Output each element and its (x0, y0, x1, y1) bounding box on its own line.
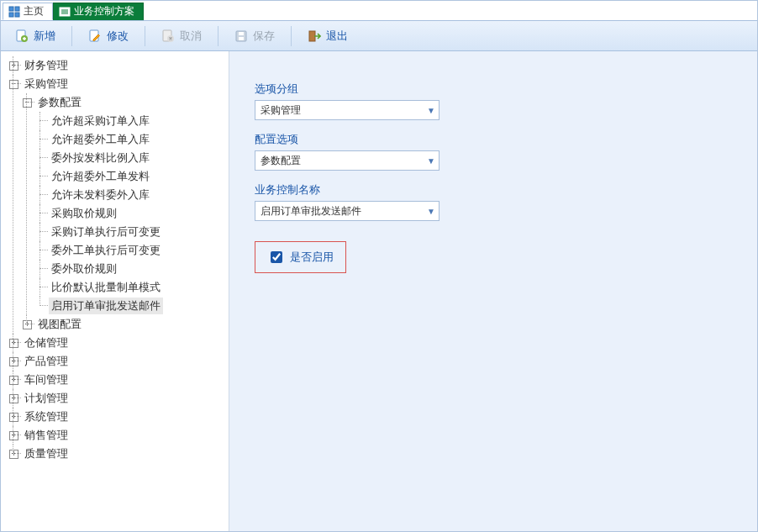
svg-rect-14 (239, 32, 244, 35)
enabled-checkbox[interactable] (271, 251, 282, 263)
svg-rect-15 (239, 37, 244, 40)
tree-leaf[interactable]: 委外取价规则 (36, 260, 229, 278)
save-button[interactable]: 保存 (225, 24, 284, 48)
enabled-checkbox-group: 是否启用 (255, 241, 346, 273)
edit-label: 修改 (107, 29, 129, 44)
tree-node-sales[interactable]: +销售管理 (9, 426, 229, 445)
form-icon (59, 6, 71, 18)
expand-icon[interactable]: + (9, 339, 18, 348)
collapse-icon[interactable]: − (23, 98, 32, 108)
edit-icon (88, 29, 102, 43)
svg-rect-2 (9, 13, 13, 17)
expand-icon[interactable]: + (9, 431, 18, 440)
toolbar-separator (71, 26, 72, 46)
save-label: 保存 (253, 29, 275, 44)
option-value: 参数配置 (261, 154, 301, 168)
toolbar-separator (218, 26, 218, 46)
svg-rect-3 (15, 13, 19, 17)
add-icon (15, 29, 29, 43)
exit-icon (308, 29, 321, 43)
main-area: +财务管理 −采购管理 −参数配置 允许超采购订单入库 允许超委外工单入库 委外… (1, 51, 757, 531)
cancel-icon (161, 29, 175, 43)
module-icon (8, 6, 20, 18)
expand-icon[interactable]: + (9, 394, 18, 403)
tree-leaf-selected[interactable]: 启用订单审批发送邮件 (36, 297, 229, 315)
chevron-down-icon: ▼ (427, 207, 435, 216)
option-label: 配置选项 (255, 132, 732, 147)
tree-node-system[interactable]: +系统管理 (9, 408, 229, 426)
collapse-icon[interactable]: − (9, 80, 18, 89)
tree-node-param-config[interactable]: −参数配置 (23, 93, 229, 112)
tree-leaf[interactable]: 允许超采购订单入库 (36, 112, 229, 130)
cancel-button[interactable]: 取消 (152, 24, 211, 48)
edit-button[interactable]: 修改 (79, 24, 138, 48)
tab-home[interactable]: 主页 (3, 3, 53, 20)
expand-icon[interactable]: + (9, 357, 18, 366)
tree-node-quality[interactable]: +质量管理 (9, 445, 229, 463)
expand-icon[interactable]: + (9, 61, 18, 71)
toolbar-separator (145, 26, 145, 46)
group-value: 采购管理 (261, 103, 301, 118)
exit-button[interactable]: 退出 (298, 24, 357, 48)
tree-pane[interactable]: +财务管理 −采购管理 −参数配置 允许超采购订单入库 允许超委外工单入库 委外… (1, 51, 229, 531)
add-button[interactable]: 新增 (6, 24, 65, 48)
tab-home-label: 主页 (24, 4, 44, 18)
tree-node-product[interactable]: +产品管理 (9, 352, 229, 371)
tree-node-purchase[interactable]: −采购管理 (9, 75, 229, 93)
tab-business-control[interactable]: 业务控制方案 (53, 3, 144, 20)
cancel-label: 取消 (180, 29, 202, 44)
tree-leaf[interactable]: 采购订单执行后可变更 (36, 223, 229, 241)
expand-icon[interactable]: + (9, 376, 18, 385)
chevron-down-icon: ▼ (427, 106, 435, 115)
svg-rect-1 (15, 7, 19, 11)
tree-node-view-config[interactable]: +视图配置 (23, 315, 229, 334)
toolbar: 新增 修改 取消 保存 退出 (1, 21, 757, 51)
expand-icon[interactable]: + (9, 450, 18, 459)
tree-leaf[interactable]: 允许未发料委外入库 (36, 186, 229, 204)
svg-rect-16 (309, 31, 315, 41)
tree-leaf[interactable]: 比价默认批量制单模式 (36, 278, 229, 297)
tree-leaf[interactable]: 采购取价规则 (36, 204, 229, 223)
tree-node-warehouse[interactable]: +仓储管理 (9, 334, 229, 352)
exit-label: 退出 (326, 29, 348, 44)
name-label: 业务控制名称 (255, 182, 732, 198)
add-label: 新增 (34, 29, 55, 44)
save-icon (234, 29, 248, 43)
name-value: 启用订单审批发送邮件 (261, 204, 361, 219)
option-combo[interactable]: 参数配置 ▼ (255, 150, 440, 171)
tree-node-plan[interactable]: +计划管理 (9, 389, 229, 408)
tree-leaf[interactable]: 委外按发料比例入库 (36, 149, 229, 167)
group-label: 选项分组 (255, 82, 732, 97)
enabled-label: 是否启用 (290, 250, 334, 265)
content-pane: 选项分组 采购管理 ▼ 配置选项 参数配置 ▼ 业务控制名称 启用订单审批发送邮… (229, 51, 757, 531)
chevron-down-icon: ▼ (427, 156, 435, 166)
name-combo[interactable]: 启用订单审批发送邮件 ▼ (255, 201, 440, 221)
tree-leaf[interactable]: 委外工单执行后可变更 (36, 241, 229, 260)
svg-rect-0 (9, 7, 13, 11)
tree-node-workshop[interactable]: +车间管理 (9, 371, 229, 389)
tab-active-label: 业务控制方案 (74, 4, 134, 18)
expand-icon[interactable]: + (9, 413, 18, 422)
tree-leaf[interactable]: 允许超委外工单入库 (36, 130, 229, 149)
expand-icon[interactable]: + (23, 320, 32, 329)
tree-node-finance[interactable]: +财务管理 (9, 56, 229, 75)
toolbar-separator (291, 26, 292, 46)
group-combo[interactable]: 采购管理 ▼ (255, 100, 440, 120)
tab-strip: 主页 业务控制方案 (1, 1, 757, 21)
tree-leaf[interactable]: 允许超委外工单发料 (36, 167, 229, 186)
